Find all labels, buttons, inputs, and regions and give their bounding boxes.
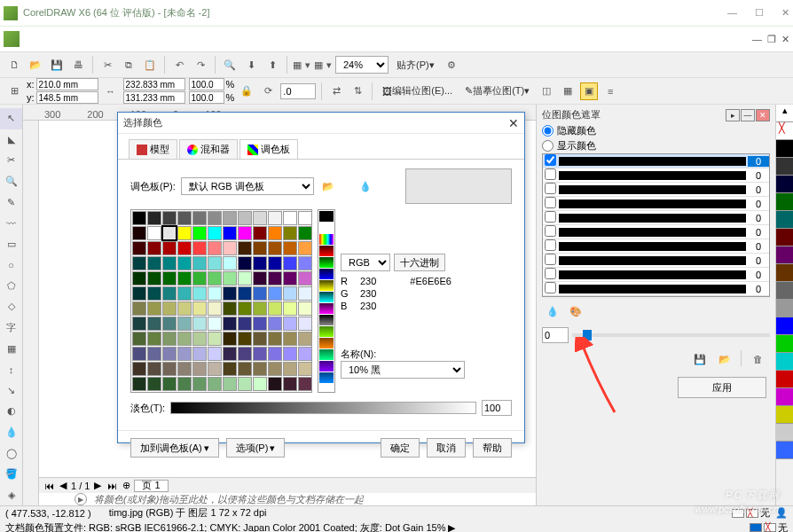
gradient-swatch[interactable] (319, 372, 334, 383)
swatch[interactable] (223, 301, 237, 316)
gradient-swatch[interactable] (319, 269, 334, 279)
app-launcher-icon[interactable]: ▦ ▾ (314, 56, 332, 74)
swatch[interactable] (238, 226, 252, 240)
swatch[interactable] (268, 301, 282, 316)
cut-icon[interactable]: ✂ (98, 56, 116, 74)
swatch[interactable] (177, 377, 192, 391)
swatch[interactable] (223, 286, 237, 301)
swatch[interactable] (223, 241, 237, 255)
swatch[interactable] (253, 347, 267, 361)
search-icon[interactable]: 🔍 (221, 56, 239, 74)
redo-icon[interactable]: ↷ (192, 56, 209, 74)
play-icon[interactable]: ▶ (75, 493, 87, 505)
swatch[interactable] (208, 211, 222, 225)
folder-icon[interactable]: 📂 (319, 177, 337, 195)
swatch[interactable] (268, 317, 282, 331)
fill-swatch[interactable] (732, 509, 744, 518)
paste-icon[interactable]: 📋 (141, 56, 159, 74)
mask-row[interactable]: 0 (543, 225, 769, 239)
swatch[interactable] (283, 226, 297, 240)
swatch[interactable] (283, 301, 297, 316)
rotation-input[interactable] (280, 83, 316, 99)
swatch[interactable] (162, 286, 177, 301)
effects-tool[interactable]: ◐ (0, 401, 22, 422)
swatch[interactable] (283, 256, 297, 270)
swatch[interactable] (192, 362, 207, 376)
swatch[interactable] (238, 301, 252, 316)
swatch[interactable] (147, 362, 161, 376)
swatch[interactable] (177, 332, 192, 346)
trace-bitmap-button[interactable]: ✎ 描摹位图(T) ▾ (460, 82, 534, 100)
gradient-swatch[interactable] (319, 246, 334, 256)
swatch[interactable] (298, 256, 312, 270)
dialog-close-button[interactable]: ✕ (508, 116, 519, 130)
swatch[interactable] (147, 226, 161, 240)
mask-checkbox[interactable] (545, 183, 556, 194)
swatch[interactable] (223, 362, 237, 376)
mirror-v-icon[interactable]: ⇅ (349, 82, 366, 100)
mask-row[interactable]: 0 (543, 211, 769, 225)
table-tool[interactable]: ▦ (0, 338, 22, 359)
tab-mixer[interactable]: 混和器 (179, 139, 238, 159)
gradient-swatch[interactable] (319, 257, 334, 268)
swatch[interactable] (208, 332, 222, 346)
page-tab[interactable]: 页 1 (134, 480, 168, 492)
swatch[interactable] (253, 211, 267, 225)
scale-x-input[interactable] (189, 78, 224, 90)
tint-slider[interactable] (170, 402, 476, 414)
gradient-swatch[interactable] (319, 211, 334, 222)
eyedropper-icon[interactable]: 💧 (357, 177, 374, 195)
swatch[interactable] (238, 286, 252, 301)
swatch[interactable] (238, 211, 252, 225)
open-icon[interactable]: 📂 (27, 56, 44, 74)
gradient-swatch[interactable] (319, 303, 334, 314)
options-icon[interactable]: ⚙ (443, 56, 460, 74)
swatch[interactable] (132, 256, 146, 270)
crop-tool[interactable]: ✂ (0, 150, 22, 171)
swatch[interactable] (238, 271, 252, 286)
swatch[interactable] (253, 271, 267, 286)
options-button[interactable]: 选项(P) ▾ (226, 438, 286, 458)
swatch[interactable] (208, 241, 222, 255)
new-icon[interactable]: 🗋 (5, 56, 23, 74)
swatch[interactable] (192, 241, 207, 255)
swatch[interactable] (162, 317, 177, 331)
swatch[interactable] (147, 211, 161, 225)
interactive-fill-tool[interactable]: ◈ (0, 484, 22, 505)
swatch[interactable] (283, 211, 297, 225)
ellipse-tool[interactable]: ○ (0, 254, 22, 276)
swatch[interactable] (298, 211, 312, 225)
mask-row[interactable]: 0 (543, 268, 769, 282)
shape-tool[interactable]: ◣ (0, 129, 22, 151)
panel-collapse-button[interactable]: ▸ (726, 109, 740, 121)
swatch[interactable] (162, 362, 177, 376)
swatch[interactable] (298, 301, 312, 316)
swatch[interactable] (162, 241, 177, 255)
swatch[interactable] (147, 241, 161, 255)
import-icon[interactable]: ⬇ (242, 56, 260, 74)
tint-input[interactable] (482, 400, 512, 416)
delete-mask-icon[interactable]: 🗑 (749, 350, 766, 368)
swatch[interactable] (208, 301, 222, 316)
mask-checkbox[interactable] (545, 154, 556, 166)
swatch[interactable] (208, 256, 222, 270)
swatch[interactable] (268, 377, 282, 391)
zoom-tool[interactable]: 🔍 (0, 171, 22, 192)
panel-minimize-button[interactable]: — (741, 109, 755, 121)
swatch[interactable] (283, 377, 297, 391)
swatch[interactable] (192, 226, 207, 240)
pick-tool[interactable]: ↖ (0, 108, 22, 129)
swatch[interactable] (132, 241, 146, 255)
gradient-swatch[interactable] (319, 223, 334, 233)
doc-minimize-button[interactable]: — (752, 34, 762, 44)
swatch[interactable] (283, 286, 297, 301)
swatch[interactable] (177, 362, 192, 376)
color-mode-select[interactable]: RGB (341, 254, 390, 271)
zoom-select[interactable]: 24% (335, 56, 389, 74)
swatch[interactable] (253, 332, 267, 346)
mask-row[interactable]: 0 (543, 197, 769, 211)
mask-checkbox[interactable] (545, 239, 556, 251)
swatch[interactable] (238, 362, 252, 376)
swatch[interactable] (147, 317, 161, 331)
swatch[interactable] (192, 271, 207, 286)
